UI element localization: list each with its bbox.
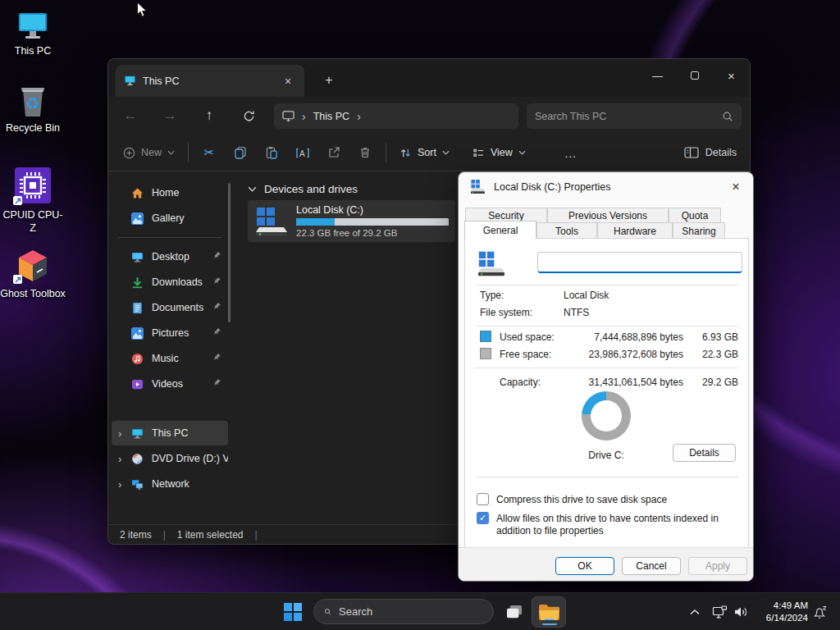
tab-sharing[interactable]: Sharing [673,222,725,238]
chevron-right-icon[interactable]: › [118,427,121,440]
sidebar-item-music[interactable]: Music [112,346,228,371]
desktop-icon-ghost-toolbox[interactable]: Ghost Toolbox [0,244,66,300]
active-app-indicator [542,623,557,626]
sidebar-item-videos[interactable]: Videos [112,372,228,396]
minimize-button[interactable]: — [639,59,676,92]
refresh-button[interactable] [235,103,262,129]
share-button[interactable] [318,139,349,167]
sidebar-item-documents[interactable]: Documents [112,295,228,320]
shortcut-arrow-icon [13,196,22,205]
sidebar-scrollbar[interactable] [228,183,231,322]
volume-tray-button[interactable] [730,593,751,630]
forward-button[interactable]: → [156,103,184,129]
sidebar-item-home[interactable]: Home [112,180,228,205]
sidebar-item-gallery[interactable]: Gallery [112,206,228,231]
back-button[interactable]: ← [116,103,144,129]
drive-info: Local Disk (C:) 22.3 GB free of 29.2 GB [296,204,449,238]
cancel-button[interactable]: Cancel [622,557,681,575]
maximize-button[interactable] [676,59,713,92]
rename-icon: A [295,147,310,159]
tab-hardware[interactable]: Hardware [597,222,673,238]
desktop-icon-recycle-bin[interactable]: ♻ Recycle Bin [0,82,66,135]
sidebar-item-label: Videos [152,378,183,390]
sidebar-item-this-pc[interactable]: › This PC [112,421,228,445]
ok-button[interactable]: OK [555,557,614,575]
cut-button[interactable]: ✂ [194,139,225,167]
dialog-button-strip: OK Cancel Apply [459,547,753,581]
sort-button[interactable]: Sort [391,139,458,167]
local-disk-icon [468,180,486,194]
start-button[interactable] [281,593,304,630]
taskbar-clock[interactable]: 4:49 AM 6/14/2024 [766,600,808,624]
tab-quota[interactable]: Quota [669,208,721,222]
details-button[interactable]: Details [673,444,736,462]
rename-button[interactable]: A [287,139,318,167]
capacity-label: Capacity: [500,377,541,388]
tab-close-icon[interactable]: × [280,73,296,89]
compress-checkbox[interactable] [477,493,489,505]
dialog-close-button[interactable]: × [725,177,746,197]
section-title: Devices and drives [264,183,358,195]
free-space-bytes: 23,986,372,608 bytes [577,349,683,360]
more-options-button[interactable]: … [555,139,587,167]
drive-tile-local-disk-c[interactable]: Local Disk (C:) 22.3 GB free of 29.2 GB [248,200,455,242]
chevron-right-icon[interactable]: › [118,453,121,465]
status-divider: | [255,529,258,541]
breadcrumb-separator: › [302,110,306,123]
sidebar-item-dvd-drive[interactable]: › DVD Drive (D:) V [112,446,228,471]
index-checkbox[interactable]: ✓ [477,512,489,524]
trash-icon [358,146,372,159]
clock-time: 4:49 AM [766,600,808,612]
taskbar-file-explorer-button[interactable] [532,596,566,628]
details-pane-button[interactable]: Details [684,147,737,158]
filesystem-value: NTFS [564,307,589,318]
sidebar-item-label: Music [152,353,179,364]
details-pane-icon [684,147,699,158]
copy-button[interactable] [225,139,256,167]
sidebar-item-downloads[interactable]: Downloads [112,270,228,294]
paste-button[interactable] [256,139,287,167]
search-input[interactable] [535,111,722,122]
sidebar-item-pictures[interactable]: Pictures [112,321,228,345]
breadcrumb[interactable]: › This PC › [274,103,518,129]
tab-general[interactable]: General [464,221,536,239]
taskbar-search-input[interactable] [339,605,483,618]
divider [475,285,738,285]
recycle-bin-icon: ♻ [0,82,66,118]
up-button[interactable]: ↑ [195,103,223,129]
notifications-tray-button[interactable] [809,593,830,630]
view-button[interactable]: View [464,139,534,167]
network-tray-button[interactable] [709,593,730,630]
view-icon [472,148,485,158]
tray-chevron-button[interactable] [686,593,704,630]
task-view-button[interactable] [502,593,527,630]
explorer-titlebar: This PC × + — × [108,59,750,97]
pin-icon [212,327,221,339]
pin-icon [212,251,221,262]
desktop-icon-cpuz[interactable]: CPUID CPU-Z [0,162,66,235]
chevron-right-icon[interactable]: › [118,478,121,491]
breadcrumb-this-pc[interactable]: This PC [313,111,349,122]
usage-donut [582,391,631,441]
clock-date: 6/14/2024 [766,612,808,624]
close-button[interactable]: × [713,59,750,92]
explorer-searchbox[interactable] [527,103,742,129]
windows-logo-icon [284,603,302,621]
desktop-icon-this-pc[interactable]: This PC [0,5,66,57]
taskbar-search[interactable] [313,599,494,624]
tab-tools[interactable]: Tools [536,222,597,238]
new-tab-button[interactable]: + [318,70,340,91]
new-button[interactable]: New [115,139,183,167]
shortcut-arrow-icon [13,275,22,284]
sidebar-item-desktop[interactable]: Desktop [112,244,228,269]
drive-usage-bar-fill [296,218,335,226]
free-space-swatch [480,348,491,359]
delete-button[interactable] [349,139,381,167]
desktop-wallpaper: This PC ♻ Recycle Bin CPUID CPU-Z [0,0,840,630]
desktop-icon [131,252,144,262]
tab-previous-versions[interactable]: Previous Versions [547,208,669,222]
sidebar-item-network[interactable]: › Network [112,472,228,496]
volume-label-input[interactable] [537,252,742,273]
explorer-tab-this-pc[interactable]: This PC × [116,65,304,97]
videos-icon [131,378,144,390]
